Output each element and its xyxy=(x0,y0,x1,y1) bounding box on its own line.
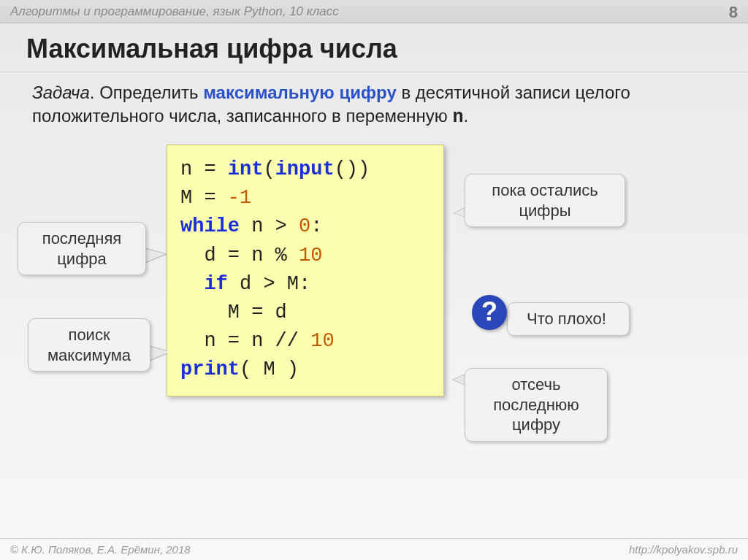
callout-whats-wrong: Что плохо! xyxy=(507,302,630,336)
copyright: © К.Ю. Поляков, Е.А. Ерёмин, 2018 xyxy=(10,543,191,556)
callout-while-remaining: пока остались цифры xyxy=(465,174,625,227)
code-block: n = int(input()) M = -1 while n > 0: d =… xyxy=(167,145,444,396)
callout-tail xyxy=(143,248,165,263)
page-number: 8 xyxy=(729,3,738,22)
footer: © К.Ю. Поляков, Е.А. Ерёмин, 2018 http:/… xyxy=(0,538,748,560)
callout-max-search: поиск максимума xyxy=(28,318,150,372)
task-var: n xyxy=(453,107,464,128)
page-title: Максимальная цифра числа xyxy=(0,23,748,72)
header-bar: Алгоритмы и программирование, язык Pytho… xyxy=(0,0,748,23)
question-icon: ? xyxy=(472,295,507,330)
breadcrumb: Алгоритмы и программирование, язык Pytho… xyxy=(10,4,339,19)
task-highlight: максимальную цифру xyxy=(203,83,397,102)
task-text: Задача. Определить максимальную цифру в … xyxy=(0,81,748,130)
callout-cut-digit: отсечь последнюю цифру xyxy=(465,368,608,442)
content-stage: n = int(input()) M = -1 while n > 0: d =… xyxy=(0,133,748,498)
divider xyxy=(0,72,748,74)
footer-url: http://kpolyakov.spb.ru xyxy=(629,543,738,556)
callout-last-digit: последняя цифра xyxy=(18,222,146,275)
callout-tail xyxy=(148,346,169,361)
task-label: Задача xyxy=(32,83,90,102)
